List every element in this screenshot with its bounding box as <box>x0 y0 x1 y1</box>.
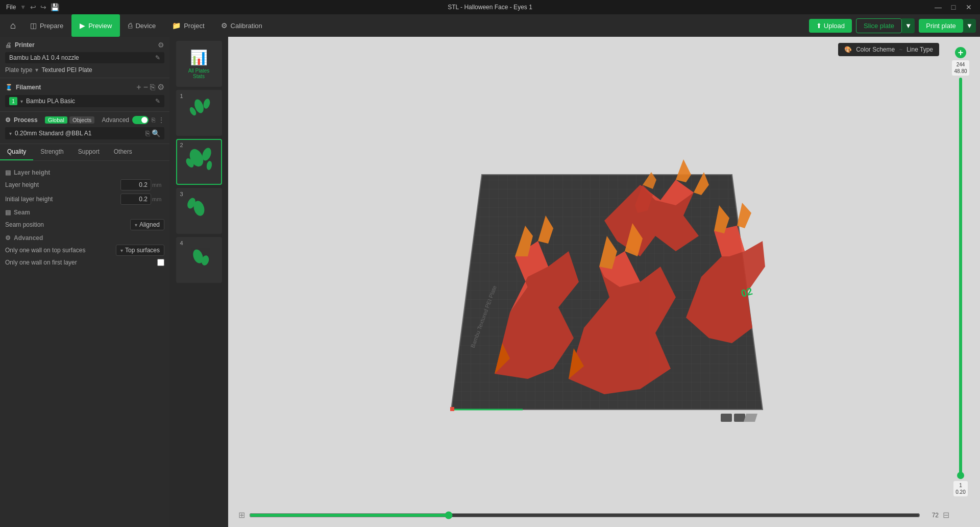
layer-top-label: 244 48.80 <box>952 60 969 76</box>
process-copy-icon[interactable]: ⎘ <box>152 116 155 124</box>
slice-dropdown-btn[interactable]: ▼ <box>902 18 915 33</box>
svg-marker-44 <box>744 414 757 422</box>
printer-section: 🖨 Printer ⚙ Bambu Lab A1 0.4 nozzle ✎ Pl… <box>0 37 169 78</box>
layer-slider-handle[interactable] <box>957 472 964 479</box>
slice-plate-btn[interactable]: Slice plate <box>856 18 902 33</box>
plate-type-value: Textured PEI Plate <box>41 66 92 74</box>
printer-header: 🖨 Printer ⚙ <box>5 41 164 49</box>
file-menu[interactable]: File <box>6 4 16 11</box>
printer-edit-icon[interactable]: ✎ <box>155 54 160 61</box>
upload-icon: ⬆ <box>816 22 822 30</box>
home-btn[interactable]: ⌂ <box>4 20 22 31</box>
filament-row[interactable]: 1 ▾ Bambu PLA Basic ✎ <box>5 95 164 107</box>
undo-btn[interactable]: ↩ <box>30 3 36 11</box>
filament-title: 🧵 Filament <box>5 84 41 91</box>
nav-project[interactable]: 📁 Project <box>164 14 212 37</box>
upload-btn[interactable]: ⬆ Upload <box>809 19 852 33</box>
plate-thumb-2[interactable]: 2 <box>176 139 222 185</box>
filament-header: 🧵 Filament + − ⎘ ⚙ <box>5 82 164 92</box>
title-bar: File ▼ ↩ ↪ 💾 STL - Halloween Face - Eyes… <box>0 0 980 14</box>
process-search-btn[interactable]: 🔍 <box>152 129 160 137</box>
filament-copy-btn[interactable]: ⎘ <box>150 83 155 92</box>
top-surfaces-row: Only one wall on top surfaces ▾ Top surf… <box>5 245 164 256</box>
nav-prepare[interactable]: ◫ Prepare <box>22 14 71 37</box>
plate-type-row: Plate type ▾ Textured PEI Plate <box>5 66 164 74</box>
initial-layer-row: Initial layer height mm <box>5 194 164 205</box>
3d-viewport-svg[interactable]: Bambu Textured PEI Plate <box>415 134 783 430</box>
seam-group-icon: ▤ <box>5 209 11 216</box>
process-header: ⚙ Process Global Objects Advanced ⎘ ⋮ <box>5 116 164 124</box>
navbar: ⌂ ◫ Prepare ▶ Preview ⎙ Device 📁 Project… <box>0 14 980 37</box>
printer-title: 🖨 Printer <box>5 41 35 49</box>
plate-thumb-3[interactable]: 3 <box>176 188 222 234</box>
quality-tabs: Quality Strength Support Others <box>0 144 169 161</box>
close-btn[interactable]: ✕ <box>964 3 974 11</box>
prepare-icon: ◫ <box>30 21 37 30</box>
plate-num-1: 1 <box>180 93 183 99</box>
project-icon: 📁 <box>172 21 181 30</box>
calibration-icon: ⚙ <box>221 21 228 30</box>
redo-btn[interactable]: ↪ <box>40 3 46 11</box>
tab-quality[interactable]: Quality <box>0 144 33 160</box>
filament-index: 1 <box>9 97 17 105</box>
seam-group: ▤ Seam <box>5 209 164 216</box>
advanced-label: Advanced <box>102 116 129 124</box>
print-plate-btn[interactable]: Print plate <box>919 19 963 33</box>
filament-dropdown-icon: ▾ <box>20 99 23 104</box>
filament-icon: 🧵 <box>5 84 13 91</box>
color-scheme-panel: 🎨 Color Scheme ~ Line Type <box>838 43 939 56</box>
save-btn[interactable]: 💾 <box>51 3 59 11</box>
nav-device[interactable]: ⎙ Device <box>120 14 164 37</box>
maximize-btn[interactable]: □ <box>948 3 959 11</box>
filament-remove-btn[interactable]: − <box>143 83 148 92</box>
filament-add-btn[interactable]: + <box>136 83 141 92</box>
filament-settings-btn[interactable]: ⚙ <box>157 82 164 92</box>
process-row[interactable]: ▾ 0.20mm Standard @BBL A1 ⎘ 🔍 <box>5 127 164 139</box>
tab-others[interactable]: Others <box>107 144 139 160</box>
color-scheme-label: Color Scheme <box>856 46 895 53</box>
tag-global[interactable]: Global <box>45 116 67 124</box>
plate-thumb-4[interactable]: 4 <box>176 237 222 283</box>
process-menu-icon[interactable]: ⋮ <box>158 116 164 124</box>
initial-layer-label: Initial layer height <box>5 196 120 203</box>
layer-height-unit: mm <box>152 182 164 188</box>
top-surfaces-dropdown[interactable]: ▾ Top surfaces <box>116 245 164 256</box>
print-dropdown-btn[interactable]: ▼ <box>963 19 976 33</box>
nav-calibration[interactable]: ⚙ Calibration <box>213 14 271 37</box>
color-scheme-icon: 🎨 <box>844 46 852 53</box>
printer-icon: 🖨 <box>5 41 12 49</box>
minimize-btn[interactable]: — <box>933 3 943 11</box>
printer-row[interactable]: Bambu Lab A1 0.4 nozzle ✎ <box>5 52 164 63</box>
top-surfaces-label: Only one wall on top surfaces <box>5 247 116 254</box>
filament-edit-icon[interactable]: ✎ <box>155 98 160 105</box>
plate-thumb-1[interactable]: 1 <box>176 90 222 136</box>
slice-plate-group: Slice plate ▼ <box>856 18 915 33</box>
bottom-right-icon[interactable]: ⊟ <box>943 510 949 520</box>
layer-height-group: ▤ Layer height <box>5 169 164 176</box>
layer-slider-panel: + 244 48.80 1 0.20 <box>950 47 971 496</box>
printer-settings-btn[interactable]: ⚙ <box>158 41 164 49</box>
process-compare-btn[interactable]: ⎘ <box>145 129 150 137</box>
layer-plus-btn[interactable]: + <box>955 47 966 58</box>
layer-height-input-group: mm <box>120 179 164 190</box>
device-icon: ⎙ <box>128 21 132 30</box>
layer-slider-track[interactable] <box>959 78 962 479</box>
all-plates-thumb[interactable]: 📊 All PlatesStats <box>176 41 222 87</box>
all-plates-label: All PlatesStats <box>188 68 210 79</box>
plate-type-icon: ▾ <box>35 66 38 74</box>
plate-preview-1 <box>179 91 219 127</box>
first-layer-checkbox[interactable] <box>157 259 164 266</box>
line-type-label: Line Type <box>906 46 933 53</box>
title-bar-right: — □ ✕ <box>933 3 974 11</box>
tab-support[interactable]: Support <box>71 144 107 160</box>
advanced-toggle[interactable] <box>132 116 149 124</box>
bottom-left-icon[interactable]: ⊞ <box>238 510 245 520</box>
tab-strength[interactable]: Strength <box>33 144 70 160</box>
seam-position-dropdown[interactable]: ▾ Aligned <box>130 219 164 230</box>
tag-objects[interactable]: Objects <box>69 116 94 124</box>
layer-height-input[interactable] <box>120 179 151 190</box>
initial-layer-input[interactable] <box>120 194 151 205</box>
nav-preview[interactable]: ▶ Preview <box>71 14 120 37</box>
plate-num-4: 4 <box>180 240 183 246</box>
bottom-layer-slider[interactable] <box>249 511 920 519</box>
